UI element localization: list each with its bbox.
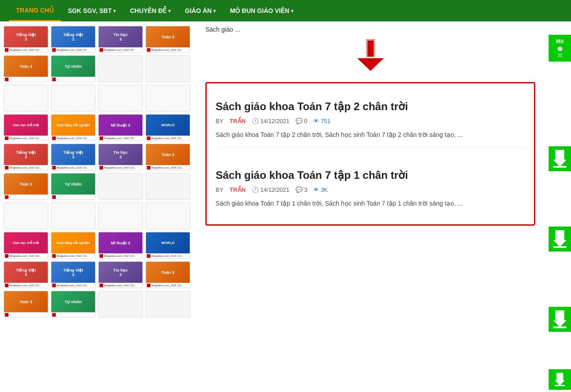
- main-content: Sách giáo ... Sách giáo khoa Toán 7 tập …: [196, 21, 544, 392]
- meta-view-2: 👁 3K: [313, 186, 328, 193]
- green-tab-1[interactable]: Mô 🕐 20: [549, 35, 571, 62]
- book-thumb[interactable]: Mĩ thuật 3 Bloglailieu.com_SGK CD...: [98, 232, 143, 259]
- green-tab-2[interactable]: [549, 146, 571, 171]
- green-tab-4[interactable]: [549, 307, 571, 332]
- green-tab-3[interactable]: [549, 227, 571, 252]
- meta-view-1: 👁 751: [313, 118, 330, 124]
- book-label: Bloglailieu.com_SGK CD...: [51, 253, 95, 258]
- clock-icon: 🕐: [252, 186, 259, 193]
- book-thumb[interactable]: Tiếng Việt3 Bloglailieu.com_SGK CD...: [51, 261, 96, 288]
- book-thumb[interactable]: Tiếng Việt3 Bloglailieu.com_SGK CD...: [4, 261, 48, 288]
- book-thumb[interactable]: WORLD Bloglailieu.com_SGK CD...: [146, 114, 190, 141]
- book-thumb[interactable]: Toán 3 Bloglailieu.com_SGK CD...: [146, 144, 190, 170]
- thumb-row-2: Toán 3 Tự nhiên: [4, 55, 193, 82]
- down-arrow-icon: [353, 37, 388, 73]
- thumb-row-5: Tiếng Việt3 Bloglailieu.com_SGK CD... Ti…: [4, 144, 193, 170]
- article-title-2[interactable]: Sách giáo khoa Toán 7 tập 1 chân trời: [216, 168, 525, 182]
- book-label: Bloglailieu.com_SGK CD...: [99, 165, 142, 170]
- book-thumb[interactable]: Giáo dục thể chất Bloglailieu.com_SGK CD…: [4, 232, 48, 259]
- chevron-down-icon: ▾: [168, 8, 171, 13]
- book-thumb[interactable]: Hoạt động trải nghiệm Bloglailieu.com_SG…: [51, 232, 96, 259]
- book-thumb[interactable]: Toán 3: [4, 291, 48, 318]
- intro-text: Sách giáo ...: [205, 26, 535, 33]
- nav-item-sgk[interactable]: SGK SGV, SBT ▾: [61, 0, 123, 21]
- arrow-container: [205, 37, 535, 73]
- highlight-box: Sách giáo khoa Toán 7 tập 2 chân trời BY…: [205, 82, 535, 226]
- book-cover: Tiếng Việt3: [51, 26, 95, 47]
- book-thumb[interactable]: Tiếng Việt3 Bloglailieu.com_SGK CD...: [51, 144, 96, 170]
- book-cover: Giáo dục thể chất: [4, 115, 48, 136]
- book-thumb[interactable]: Tự nhiên: [51, 55, 96, 82]
- book-label: Bloglailieu.com_SGK CD...: [146, 165, 190, 170]
- book-cover: Tự nhiên: [51, 56, 95, 77]
- thumb-row-9: Tiếng Việt3 Bloglailieu.com_SGK CD... Ti…: [4, 261, 193, 288]
- book-thumb[interactable]: Toán 3: [4, 55, 48, 82]
- book-cover: Toán 3: [4, 56, 48, 77]
- download-icon: [553, 373, 567, 386]
- book-label: Bloglailieu.com_SGK CD...: [146, 136, 190, 140]
- book-thumb[interactable]: Toán 3 Bloglailieu.com_SGK CD...: [146, 261, 190, 288]
- nav-item-mo-dun[interactable]: MÔ ĐUN GIÁO VIÊN ▾: [223, 0, 300, 21]
- svg-rect-0: [366, 39, 375, 58]
- thumb-row-8: Giáo dục thể chất Bloglailieu.com_SGK CD…: [4, 232, 193, 259]
- book-thumb[interactable]: Giáo dục thể chất Bloglailieu.com_SGK CD…: [4, 114, 48, 141]
- article-card-2: Sách giáo khoa Toán 7 tập 1 chân trời BY…: [216, 161, 525, 216]
- book-thumb-empty: [146, 291, 190, 318]
- book-thumb[interactable]: Tiếng Việt3 Bloglailieu.com_SGK CD...: [51, 26, 96, 53]
- book-label: [4, 194, 48, 199]
- article-title-1[interactable]: Sách giáo khoa Toán 7 tập 2 chân trời: [216, 99, 525, 113]
- book-label: Bloglailieu.com_SGK CD...: [51, 47, 95, 52]
- book-thumb-empty: [98, 291, 143, 318]
- nav-item-giao-an[interactable]: GIÁO ÁN ▾: [178, 0, 223, 21]
- green-tab-1-text: Mô: [556, 38, 563, 45]
- book-label: [4, 77, 48, 82]
- left-sidebar: Tiếng Việt3 Bloglailieu.com_SGK CD... Ti…: [0, 21, 196, 392]
- book-thumb[interactable]: Tiếng Việt3 Bloglailieu.com_SGK CD...: [4, 26, 48, 53]
- svg-rect-13: [557, 373, 563, 380]
- book-thumb[interactable]: Tin học3 Bloglailieu.com_SGK CD...: [98, 144, 143, 170]
- svg-rect-6: [553, 166, 567, 168]
- book-thumb[interactable]: Toán 3 Bloglailieu.com_SGK CD...: [146, 26, 190, 53]
- book-label: Bloglailieu.com_SGK CD...: [4, 165, 48, 170]
- book-thumb[interactable]: Hoạt động trải nghiệm Bloglailieu.com_SG…: [51, 114, 96, 141]
- book-label: [51, 194, 95, 199]
- book-cover: Toán 3: [146, 144, 190, 165]
- svg-marker-14: [555, 380, 565, 386]
- book-thumb[interactable]: Mĩ thuật 3 Bloglailieu.com_SGK CD...: [98, 114, 143, 141]
- book-thumb-empty: [146, 85, 190, 111]
- book-label: Bloglailieu.com_SGK CD...: [4, 47, 48, 52]
- book-thumb[interactable]: Tin học3 Bloglailieu.com_SGK CD...: [98, 26, 143, 53]
- right-panel: Mô 🕐 20: [544, 21, 571, 392]
- nav-item-chuyen-de[interactable]: CHUYÊN ĐỀ ▾: [123, 0, 178, 21]
- book-thumb[interactable]: Toán 3: [4, 173, 48, 200]
- book-cover: Tiếng Việt3: [51, 262, 95, 283]
- green-tab-5[interactable]: [549, 369, 571, 390]
- meta-by-label: BY: [216, 186, 223, 193]
- svg-rect-4: [555, 150, 564, 160]
- meta-author-2[interactable]: TRẦN: [229, 186, 246, 193]
- nav-item-trang-chu[interactable]: TRANG CHỦ: [9, 0, 61, 21]
- book-thumb-empty: [146, 173, 190, 200]
- book-thumb[interactable]: Tự nhiên: [51, 173, 96, 200]
- book-cover: Tiếng Việt3: [4, 144, 48, 165]
- book-cover: Tin học3: [99, 26, 142, 47]
- book-cover: Toán 3: [146, 26, 190, 47]
- svg-rect-15: [555, 385, 565, 386]
- book-label: Bloglailieu.com_SGK CD...: [4, 136, 48, 140]
- book-cover: Tin học3: [99, 144, 142, 165]
- book-thumb-empty: [51, 202, 96, 229]
- book-label: Bloglailieu.com_SGK CD...: [146, 253, 190, 258]
- book-thumb[interactable]: WORLD Bloglailieu.com_SGK CD...: [146, 232, 190, 259]
- book-thumb-empty: [98, 202, 143, 229]
- svg-rect-9: [553, 246, 567, 248]
- book-thumb[interactable]: Tiếng Việt3 Bloglailieu.com_SGK CD...: [4, 144, 48, 170]
- svg-rect-10: [555, 310, 564, 320]
- svg-marker-1: [356, 58, 385, 71]
- book-thumb[interactable]: Tự nhiên: [51, 291, 96, 318]
- book-thumb[interactable]: Tin học3 Bloglailieu.com_SGK CD...: [98, 261, 143, 288]
- chevron-down-icon: ▾: [213, 8, 216, 13]
- meta-author-1[interactable]: TRẦN: [229, 118, 246, 124]
- book-label: [4, 312, 48, 317]
- book-cover: Mĩ thuật 3: [99, 232, 142, 253]
- thumb-row-6: Toán 3 Tự nhiên: [4, 173, 193, 200]
